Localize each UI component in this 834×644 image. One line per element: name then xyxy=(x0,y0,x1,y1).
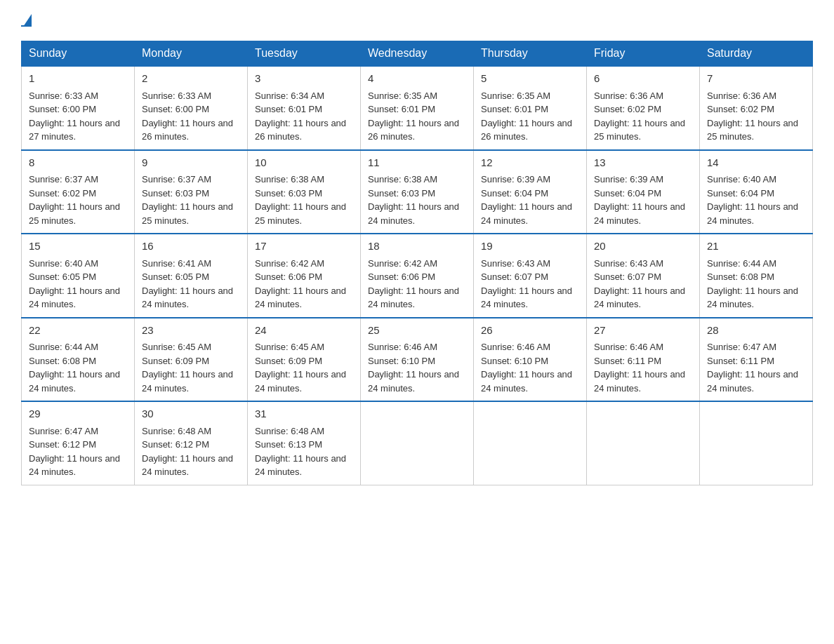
calendar-cell: 22Sunrise: 6:44 AMSunset: 6:08 PMDayligh… xyxy=(22,318,135,402)
calendar-cell: 31Sunrise: 6:48 AMSunset: 6:13 PMDayligh… xyxy=(248,401,361,485)
day-number: 12 xyxy=(481,155,579,171)
daylight-text: Daylight: 11 hours and 24 minutes. xyxy=(368,286,459,310)
calendar-week-row: 29Sunrise: 6:47 AMSunset: 6:12 PMDayligh… xyxy=(22,401,813,485)
day-number: 19 xyxy=(481,239,579,255)
calendar-cell: 21Sunrise: 6:44 AMSunset: 6:08 PMDayligh… xyxy=(700,234,813,318)
logo xyxy=(21,14,32,27)
calendar-cell xyxy=(700,401,813,485)
day-number: 20 xyxy=(594,239,692,255)
daylight-text: Daylight: 11 hours and 24 minutes. xyxy=(481,201,572,226)
day-number: 9 xyxy=(142,155,240,171)
daylight-text: Daylight: 11 hours and 25 minutes. xyxy=(594,118,685,142)
calendar-cell: 3Sunrise: 6:34 AMSunset: 6:01 PMDaylight… xyxy=(248,66,361,150)
sunrise-text: Sunrise: 6:42 AM xyxy=(255,258,324,269)
sunrise-text: Sunrise: 6:40 AM xyxy=(29,258,98,269)
sunrise-text: Sunrise: 6:37 AM xyxy=(29,174,98,185)
day-number: 8 xyxy=(29,155,127,171)
day-number: 7 xyxy=(707,71,805,87)
sunrise-text: Sunrise: 6:36 AM xyxy=(707,90,776,101)
sunset-text: Sunset: 6:08 PM xyxy=(707,271,774,282)
calendar-cell: 28Sunrise: 6:47 AMSunset: 6:11 PMDayligh… xyxy=(700,318,813,402)
calendar-cell: 8Sunrise: 6:37 AMSunset: 6:02 PMDaylight… xyxy=(22,150,135,234)
sunrise-text: Sunrise: 6:43 AM xyxy=(481,258,550,269)
weekday-header-saturday: Saturday xyxy=(700,41,813,67)
day-number: 6 xyxy=(594,71,692,87)
sunrise-text: Sunrise: 6:37 AM xyxy=(142,174,211,185)
sunrise-text: Sunrise: 6:48 AM xyxy=(142,426,211,436)
weekday-header-friday: Friday xyxy=(587,41,700,67)
calendar-header-row: SundayMondayTuesdayWednesdayThursdayFrid… xyxy=(22,41,813,67)
sunset-text: Sunset: 6:05 PM xyxy=(29,271,96,282)
daylight-text: Daylight: 11 hours and 24 minutes. xyxy=(255,453,346,478)
sunset-text: Sunset: 6:10 PM xyxy=(368,356,435,366)
sunset-text: Sunset: 6:09 PM xyxy=(255,356,322,366)
day-number: 28 xyxy=(707,323,805,339)
sunset-text: Sunset: 6:13 PM xyxy=(255,439,322,450)
day-number: 30 xyxy=(142,406,240,422)
sunset-text: Sunset: 6:02 PM xyxy=(707,104,774,114)
sunrise-text: Sunrise: 6:35 AM xyxy=(368,90,437,101)
sunrise-text: Sunrise: 6:40 AM xyxy=(707,174,776,185)
sunrise-text: Sunrise: 6:38 AM xyxy=(368,174,437,185)
daylight-text: Daylight: 11 hours and 24 minutes. xyxy=(255,369,346,394)
day-number: 23 xyxy=(142,323,240,339)
sunset-text: Sunset: 6:00 PM xyxy=(142,104,209,114)
daylight-text: Daylight: 11 hours and 25 minutes. xyxy=(29,201,120,226)
day-number: 2 xyxy=(142,71,240,87)
daylight-text: Daylight: 11 hours and 24 minutes. xyxy=(29,286,120,310)
daylight-text: Daylight: 11 hours and 24 minutes. xyxy=(594,201,685,226)
calendar-week-row: 15Sunrise: 6:40 AMSunset: 6:05 PMDayligh… xyxy=(22,234,813,318)
calendar-week-row: 1Sunrise: 6:33 AMSunset: 6:00 PMDaylight… xyxy=(22,66,813,150)
daylight-text: Daylight: 11 hours and 24 minutes. xyxy=(142,369,233,394)
calendar-cell: 7Sunrise: 6:36 AMSunset: 6:02 PMDaylight… xyxy=(700,66,813,150)
daylight-text: Daylight: 11 hours and 26 minutes. xyxy=(481,118,572,142)
sunset-text: Sunset: 6:07 PM xyxy=(481,271,548,282)
sunrise-text: Sunrise: 6:33 AM xyxy=(142,90,211,101)
calendar-table: SundayMondayTuesdayWednesdayThursdayFrid… xyxy=(21,41,813,485)
calendar-week-row: 22Sunrise: 6:44 AMSunset: 6:08 PMDayligh… xyxy=(22,318,813,402)
calendar-cell: 15Sunrise: 6:40 AMSunset: 6:05 PMDayligh… xyxy=(22,234,135,318)
calendar-cell: 29Sunrise: 6:47 AMSunset: 6:12 PMDayligh… xyxy=(22,401,135,485)
sunset-text: Sunset: 6:09 PM xyxy=(142,356,209,366)
daylight-text: Daylight: 11 hours and 26 minutes. xyxy=(142,118,233,142)
sunset-text: Sunset: 6:02 PM xyxy=(29,188,96,199)
day-number: 24 xyxy=(255,323,353,339)
daylight-text: Daylight: 11 hours and 24 minutes. xyxy=(707,369,798,394)
day-number: 13 xyxy=(594,155,692,171)
calendar-cell: 23Sunrise: 6:45 AMSunset: 6:09 PMDayligh… xyxy=(135,318,248,402)
sunset-text: Sunset: 6:07 PM xyxy=(594,271,661,282)
sunrise-text: Sunrise: 6:36 AM xyxy=(594,90,663,101)
daylight-text: Daylight: 11 hours and 25 minutes. xyxy=(255,201,346,226)
sunset-text: Sunset: 6:12 PM xyxy=(142,439,209,450)
day-number: 10 xyxy=(255,155,353,171)
sunrise-text: Sunrise: 6:33 AM xyxy=(29,90,98,101)
calendar-cell: 12Sunrise: 6:39 AMSunset: 6:04 PMDayligh… xyxy=(474,150,587,234)
calendar-cell: 27Sunrise: 6:46 AMSunset: 6:11 PMDayligh… xyxy=(587,318,700,402)
weekday-header-wednesday: Wednesday xyxy=(361,41,474,67)
calendar-cell: 6Sunrise: 6:36 AMSunset: 6:02 PMDaylight… xyxy=(587,66,700,150)
daylight-text: Daylight: 11 hours and 24 minutes. xyxy=(368,201,459,226)
daylight-text: Daylight: 11 hours and 24 minutes. xyxy=(29,369,120,394)
calendar-cell: 24Sunrise: 6:45 AMSunset: 6:09 PMDayligh… xyxy=(248,318,361,402)
day-number: 5 xyxy=(481,71,579,87)
calendar-cell: 19Sunrise: 6:43 AMSunset: 6:07 PMDayligh… xyxy=(474,234,587,318)
calendar-cell: 26Sunrise: 6:46 AMSunset: 6:10 PMDayligh… xyxy=(474,318,587,402)
day-number: 18 xyxy=(368,239,466,255)
day-number: 4 xyxy=(368,71,466,87)
sunrise-text: Sunrise: 6:45 AM xyxy=(142,342,211,352)
calendar-week-row: 8Sunrise: 6:37 AMSunset: 6:02 PMDaylight… xyxy=(22,150,813,234)
calendar-cell xyxy=(474,401,587,485)
weekday-header-tuesday: Tuesday xyxy=(248,41,361,67)
calendar-cell: 25Sunrise: 6:46 AMSunset: 6:10 PMDayligh… xyxy=(361,318,474,402)
day-number: 25 xyxy=(368,323,466,339)
page-header xyxy=(21,14,813,27)
daylight-text: Daylight: 11 hours and 24 minutes. xyxy=(142,286,233,310)
weekday-header-sunday: Sunday xyxy=(22,41,135,67)
sunrise-text: Sunrise: 6:41 AM xyxy=(142,258,211,269)
day-number: 1 xyxy=(29,71,127,87)
calendar-cell: 30Sunrise: 6:48 AMSunset: 6:12 PMDayligh… xyxy=(135,401,248,485)
sunrise-text: Sunrise: 6:34 AM xyxy=(255,90,324,101)
sunset-text: Sunset: 6:11 PM xyxy=(707,356,774,366)
sunrise-text: Sunrise: 6:44 AM xyxy=(707,258,776,269)
calendar-cell xyxy=(361,401,474,485)
